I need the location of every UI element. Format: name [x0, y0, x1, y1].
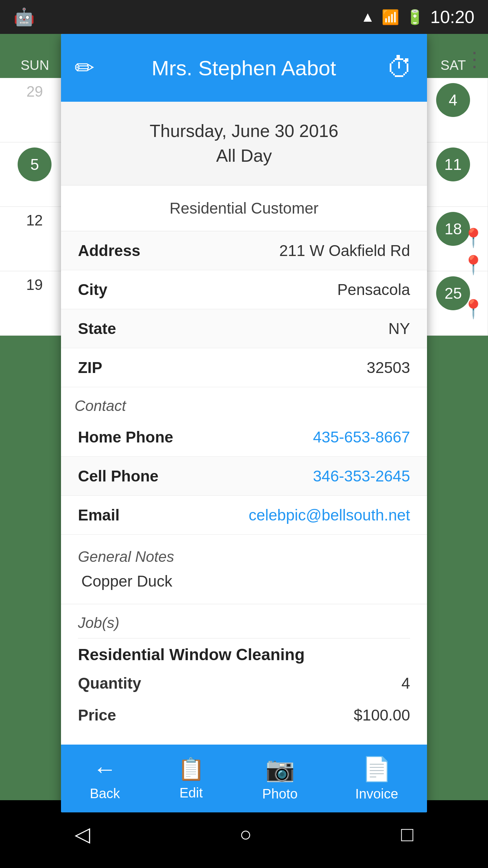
map-pin-week3: 📍: [462, 227, 485, 249]
back-icon: ←: [93, 755, 117, 783]
general-notes-section: General Notes Copper Duck: [61, 535, 427, 604]
battery-icon: 🔋: [406, 9, 424, 25]
clock-icon[interactable]: ⏱: [386, 52, 413, 83]
home-phone-row: Home Phone 435-653-8667: [61, 418, 427, 457]
city-row: City Pensacola: [61, 270, 427, 309]
signal-icon: 📶: [382, 9, 399, 25]
date-line2: All Day: [75, 143, 413, 168]
jobs-section: Job(s) Residential Window Cleaning Quant…: [61, 604, 427, 745]
map-pin-week4: 📍: [462, 298, 485, 320]
cell-phone-value[interactable]: 346-353-2645: [313, 467, 410, 485]
invoice-nav-item[interactable]: 📄 Invoice: [355, 755, 398, 802]
android-icon: 🤖: [14, 7, 35, 27]
cell-phone-label: Cell Phone: [78, 467, 313, 485]
zip-row: ZIP 32503: [61, 348, 427, 387]
job-title: Residential Window Cleaning: [78, 638, 410, 667]
back-nav-item[interactable]: ← Back: [90, 755, 120, 801]
status-time: 10:20: [430, 7, 474, 27]
price-label: Price: [78, 706, 116, 724]
photo-icon: 📷: [265, 755, 295, 783]
cal-cell-11[interactable]: 11: [418, 142, 488, 206]
email-value[interactable]: celebpic@bellsouth.net: [249, 506, 410, 524]
modal-header: ✏ Mrs. Stephen Aabot ⏱: [61, 34, 427, 102]
home-phone-value[interactable]: 435-653-8667: [313, 428, 410, 446]
zip-label: ZIP: [78, 358, 367, 377]
quantity-label: Quantity: [78, 674, 141, 692]
cal-cell-5[interactable]: 5: [0, 142, 70, 206]
zip-value: 32503: [367, 358, 410, 377]
edit-label: Edit: [179, 785, 203, 801]
quantity-row: Quantity 4: [78, 667, 410, 699]
address-value: 211 W Oakfield Rd: [279, 241, 410, 260]
state-row: State NY: [61, 309, 427, 348]
general-notes-text: Copper Duck: [78, 572, 410, 590]
customer-type: Residential Customer: [61, 185, 427, 231]
edit-nav-item[interactable]: 📋 Edit: [178, 756, 205, 801]
more-menu-button[interactable]: ⋮: [464, 47, 485, 71]
wifi-icon: ▲: [361, 9, 375, 25]
price-value: $100.00: [354, 706, 410, 724]
state-label: State: [78, 319, 388, 338]
back-label: Back: [90, 786, 120, 801]
cal-cell-12[interactable]: 12: [0, 207, 69, 271]
email-label: Email: [78, 506, 249, 524]
city-value: Pensacola: [337, 280, 410, 299]
general-notes-header: General Notes: [78, 548, 410, 572]
system-home-button[interactable]: ○: [240, 823, 252, 846]
invoice-icon: 📄: [362, 755, 391, 783]
cal-cell-19[interactable]: 19: [0, 271, 69, 335]
photo-nav-item[interactable]: 📷 Photo: [262, 755, 298, 802]
date-line1: Thursday, June 30 2016: [75, 119, 413, 143]
day-header-sun: SUN: [0, 58, 70, 73]
jobs-section-header: Job(s): [78, 614, 410, 638]
quantity-value: 4: [401, 674, 410, 692]
contact-section-header: Contact: [61, 387, 427, 418]
cal-cell-29[interactable]: 29: [0, 78, 70, 142]
address-row: Address 211 W Oakfield Rd: [61, 231, 427, 270]
cal-cell-4-sat[interactable]: 4: [418, 78, 488, 142]
date-section: Thursday, June 30 2016 All Day: [61, 102, 427, 185]
email-row: Email celebpic@bellsouth.net: [61, 496, 427, 535]
address-label: Address: [78, 241, 279, 260]
state-value: NY: [388, 319, 410, 338]
invoice-label: Invoice: [355, 786, 398, 802]
city-label: City: [78, 280, 337, 299]
status-bar: 🤖 ▲ 📶 🔋 10:20: [0, 0, 488, 34]
price-row: Price $100.00: [78, 699, 410, 731]
modal-title: Mrs. Stephen Aabot: [101, 56, 386, 80]
edit-icon[interactable]: ✏: [75, 54, 95, 82]
bottom-navigation: ← Back 📋 Edit 📷 Photo 📄 Invoice: [61, 745, 427, 812]
cell-phone-row: Cell Phone 346-353-2645: [61, 457, 427, 496]
photo-label: Photo: [262, 786, 298, 802]
home-phone-label: Home Phone: [78, 428, 313, 446]
customer-detail-modal: ✏ Mrs. Stephen Aabot ⏱ Thursday, June 30…: [61, 34, 427, 812]
system-recent-button[interactable]: □: [401, 823, 413, 846]
system-back-button[interactable]: ◁: [75, 822, 90, 846]
jobs-edit-icon: 📋: [178, 756, 205, 782]
